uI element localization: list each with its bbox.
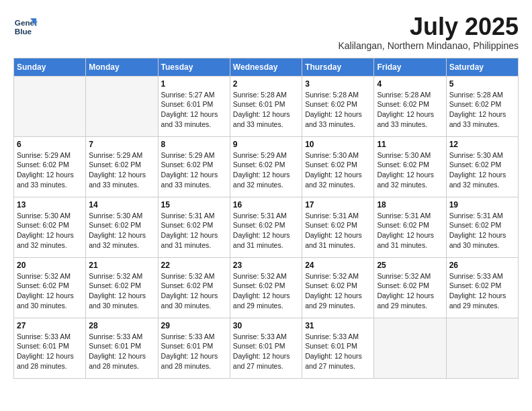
day-info: Sunrise: 5:31 AM Sunset: 6:02 PM Dayligh… [161, 211, 227, 250]
day-number: 6 [17, 140, 83, 149]
day-info: Sunrise: 5:33 AM Sunset: 6:01 PM Dayligh… [161, 332, 227, 371]
day-info: Sunrise: 5:30 AM Sunset: 6:02 PM Dayligh… [377, 150, 443, 190]
logo-icon: General Blue [13, 13, 38, 38]
day-info: Sunrise: 5:33 AM Sunset: 6:01 PM Dayligh… [17, 332, 83, 371]
day-info: Sunrise: 5:27 AM Sunset: 6:01 PM Dayligh… [161, 90, 227, 130]
day-info: Sunrise: 5:31 AM Sunset: 6:02 PM Dayligh… [377, 211, 443, 250]
location-subtitle: Kalilangan, Northern Mindanao, Philippin… [338, 40, 519, 51]
weekday-header: Monday [86, 58, 158, 76]
week-row-2: 6Sunrise: 5:29 AM Sunset: 6:02 PM Daylig… [14, 136, 519, 197]
calendar-cell: 3Sunrise: 5:28 AM Sunset: 6:02 PM Daylig… [302, 76, 374, 136]
calendar-cell: 27Sunrise: 5:33 AM Sunset: 6:01 PM Dayli… [14, 318, 86, 378]
day-number: 3 [305, 79, 371, 89]
day-number: 11 [377, 140, 443, 149]
day-number: 1 [161, 79, 227, 89]
calendar-cell: 25Sunrise: 5:32 AM Sunset: 6:02 PM Dayli… [374, 257, 446, 318]
calendar-cell: 5Sunrise: 5:28 AM Sunset: 6:02 PM Daylig… [446, 76, 518, 136]
day-info: Sunrise: 5:30 AM Sunset: 6:02 PM Dayligh… [17, 211, 83, 250]
calendar-cell: 2Sunrise: 5:28 AM Sunset: 6:01 PM Daylig… [230, 76, 302, 136]
day-number: 5 [449, 79, 515, 89]
day-info: Sunrise: 5:31 AM Sunset: 6:02 PM Dayligh… [305, 211, 371, 250]
calendar-cell [14, 76, 86, 136]
weekday-header: Saturday [446, 58, 518, 76]
week-row-3: 13Sunrise: 5:30 AM Sunset: 6:02 PM Dayli… [14, 197, 519, 257]
day-info: Sunrise: 5:32 AM Sunset: 6:02 PM Dayligh… [233, 271, 299, 311]
calendar-cell: 6Sunrise: 5:29 AM Sunset: 6:02 PM Daylig… [14, 136, 86, 197]
weekday-header: Tuesday [158, 58, 230, 76]
day-info: Sunrise: 5:30 AM Sunset: 6:02 PM Dayligh… [449, 150, 515, 190]
day-info: Sunrise: 5:31 AM Sunset: 6:02 PM Dayligh… [449, 211, 515, 250]
day-info: Sunrise: 5:28 AM Sunset: 6:02 PM Dayligh… [377, 90, 443, 130]
day-number: 20 [17, 261, 83, 270]
weekday-header: Thursday [302, 58, 374, 76]
day-number: 7 [89, 140, 154, 149]
day-number: 26 [449, 261, 515, 270]
svg-text:Blue: Blue [15, 27, 32, 36]
weekday-header: Friday [374, 58, 446, 76]
calendar-cell: 13Sunrise: 5:30 AM Sunset: 6:02 PM Dayli… [14, 197, 86, 257]
day-number: 15 [161, 200, 227, 210]
calendar-cell: 19Sunrise: 5:31 AM Sunset: 6:02 PM Dayli… [446, 197, 518, 257]
day-number: 25 [377, 261, 443, 270]
calendar-cell: 8Sunrise: 5:29 AM Sunset: 6:02 PM Daylig… [158, 136, 230, 197]
day-info: Sunrise: 5:28 AM Sunset: 6:02 PM Dayligh… [449, 90, 515, 130]
week-row-4: 20Sunrise: 5:32 AM Sunset: 6:02 PM Dayli… [14, 257, 519, 318]
calendar-cell: 18Sunrise: 5:31 AM Sunset: 6:02 PM Dayli… [374, 197, 446, 257]
weekday-header-row: SundayMondayTuesdayWednesdayThursdayFrid… [14, 58, 519, 76]
day-number: 17 [305, 200, 371, 210]
day-number: 29 [161, 321, 227, 330]
day-info: Sunrise: 5:29 AM Sunset: 6:02 PM Dayligh… [233, 150, 299, 190]
day-number: 12 [449, 140, 515, 149]
day-number: 9 [233, 140, 299, 149]
calendar-cell: 21Sunrise: 5:32 AM Sunset: 6:02 PM Dayli… [86, 257, 158, 318]
calendar-cell: 4Sunrise: 5:28 AM Sunset: 6:02 PM Daylig… [374, 76, 446, 136]
week-row-1: 1Sunrise: 5:27 AM Sunset: 6:01 PM Daylig… [14, 76, 519, 136]
weekday-header: Wednesday [230, 58, 302, 76]
day-info: Sunrise: 5:29 AM Sunset: 6:02 PM Dayligh… [89, 150, 154, 190]
day-info: Sunrise: 5:32 AM Sunset: 6:02 PM Dayligh… [161, 271, 227, 311]
calendar-cell: 16Sunrise: 5:31 AM Sunset: 6:02 PM Dayli… [230, 197, 302, 257]
calendar-cell: 7Sunrise: 5:29 AM Sunset: 6:02 PM Daylig… [86, 136, 158, 197]
day-number: 27 [17, 321, 83, 330]
calendar-cell: 26Sunrise: 5:33 AM Sunset: 6:02 PM Dayli… [446, 257, 518, 318]
calendar-cell: 24Sunrise: 5:32 AM Sunset: 6:02 PM Dayli… [302, 257, 374, 318]
day-info: Sunrise: 5:32 AM Sunset: 6:02 PM Dayligh… [17, 271, 83, 311]
day-number: 13 [17, 200, 83, 210]
calendar-cell: 12Sunrise: 5:30 AM Sunset: 6:02 PM Dayli… [446, 136, 518, 197]
day-info: Sunrise: 5:33 AM Sunset: 6:01 PM Dayligh… [233, 332, 299, 371]
day-info: Sunrise: 5:33 AM Sunset: 6:01 PM Dayligh… [89, 332, 154, 371]
calendar-cell: 23Sunrise: 5:32 AM Sunset: 6:02 PM Dayli… [230, 257, 302, 318]
day-number: 10 [305, 140, 371, 149]
calendar-cell: 22Sunrise: 5:32 AM Sunset: 6:02 PM Dayli… [158, 257, 230, 318]
page-header: General Blue July 2025 Kalilangan, North… [13, 13, 519, 51]
day-number: 28 [89, 321, 154, 330]
calendar-cell: 17Sunrise: 5:31 AM Sunset: 6:02 PM Dayli… [302, 197, 374, 257]
calendar-cell: 11Sunrise: 5:30 AM Sunset: 6:02 PM Dayli… [374, 136, 446, 197]
calendar-cell: 30Sunrise: 5:33 AM Sunset: 6:01 PM Dayli… [230, 318, 302, 378]
day-info: Sunrise: 5:30 AM Sunset: 6:02 PM Dayligh… [89, 211, 154, 250]
day-info: Sunrise: 5:33 AM Sunset: 6:01 PM Dayligh… [305, 332, 371, 371]
day-info: Sunrise: 5:29 AM Sunset: 6:02 PM Dayligh… [161, 150, 227, 190]
day-number: 4 [377, 79, 443, 89]
calendar-cell [446, 318, 518, 378]
calendar-cell: 1Sunrise: 5:27 AM Sunset: 6:01 PM Daylig… [158, 76, 230, 136]
day-number: 23 [233, 261, 299, 270]
calendar-cell: 9Sunrise: 5:29 AM Sunset: 6:02 PM Daylig… [230, 136, 302, 197]
calendar-cell: 14Sunrise: 5:30 AM Sunset: 6:02 PM Dayli… [86, 197, 158, 257]
day-info: Sunrise: 5:28 AM Sunset: 6:01 PM Dayligh… [233, 90, 299, 130]
month-title: July 2025 [338, 13, 519, 40]
day-info: Sunrise: 5:32 AM Sunset: 6:02 PM Dayligh… [305, 271, 371, 311]
logo: General Blue [13, 13, 38, 38]
day-number: 30 [233, 321, 299, 330]
calendar-cell: 10Sunrise: 5:30 AM Sunset: 6:02 PM Dayli… [302, 136, 374, 197]
day-number: 14 [89, 200, 154, 210]
day-number: 31 [305, 321, 371, 330]
day-info: Sunrise: 5:32 AM Sunset: 6:02 PM Dayligh… [377, 271, 443, 311]
calendar-cell [86, 76, 158, 136]
weekday-header: Sunday [14, 58, 86, 76]
calendar-cell: 31Sunrise: 5:33 AM Sunset: 6:01 PM Dayli… [302, 318, 374, 378]
calendar-cell: 20Sunrise: 5:32 AM Sunset: 6:02 PM Dayli… [14, 257, 86, 318]
day-number: 16 [233, 200, 299, 210]
day-number: 18 [377, 200, 443, 210]
day-number: 22 [161, 261, 227, 270]
